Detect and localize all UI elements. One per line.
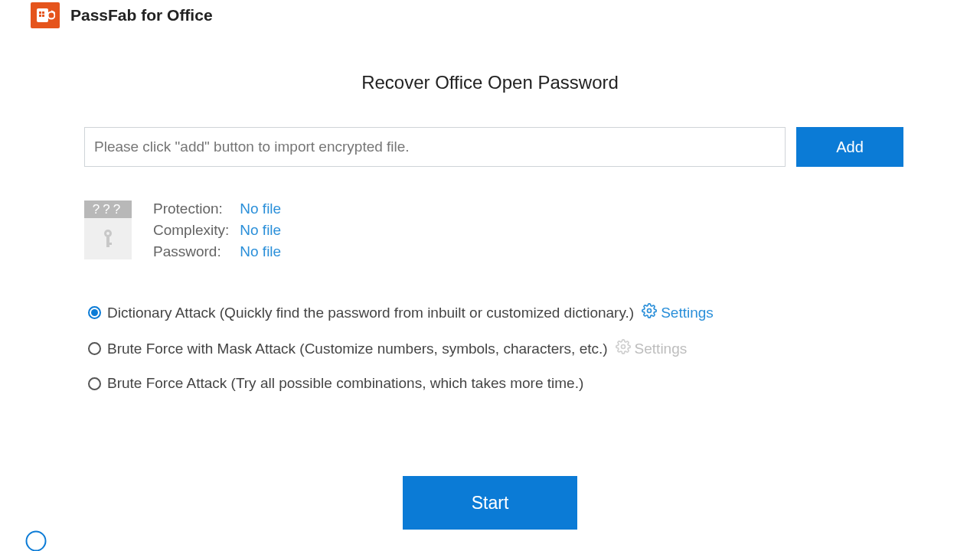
svg-point-11 xyxy=(621,345,625,349)
password-value: No file xyxy=(240,243,281,259)
app-title: PassFab for Office xyxy=(70,6,213,24)
file-info-section: ??? Protection: No file Complexity: No f… xyxy=(84,201,980,265)
start-button[interactable]: Start xyxy=(403,476,577,530)
protection-value: No file xyxy=(240,201,281,217)
mask-settings-label: Settings xyxy=(635,341,688,357)
svg-rect-8 xyxy=(106,236,109,247)
complexity-label: Complexity: xyxy=(153,222,236,239)
gear-icon xyxy=(616,339,631,358)
add-button[interactable]: Add xyxy=(796,127,903,167)
import-row: Add xyxy=(84,127,903,167)
info-row-protection: Protection: No file xyxy=(153,201,281,217)
radio-brute[interactable] xyxy=(88,377,101,390)
file-icon-key xyxy=(84,218,132,259)
file-icon-question-marks: ??? xyxy=(84,201,132,218)
file-path-input[interactable] xyxy=(84,127,786,167)
complexity-value: No file xyxy=(240,222,281,238)
mask-label: Brute Force with Mask Attack (Customize … xyxy=(107,341,608,357)
file-info-list: Protection: No file Complexity: No file … xyxy=(153,201,281,265)
dictionary-settings-link[interactable]: Settings xyxy=(642,303,714,322)
svg-point-10 xyxy=(648,309,652,313)
attack-options: Dictionary Attack (Quickly find the pass… xyxy=(88,303,980,392)
info-icon[interactable] xyxy=(24,530,47,551)
svg-point-12 xyxy=(27,532,46,551)
dictionary-label: Dictionary Attack (Quickly find the pass… xyxy=(107,305,634,321)
svg-point-7 xyxy=(106,232,109,235)
svg-rect-3 xyxy=(39,15,41,17)
app-logo-icon xyxy=(31,2,60,28)
attack-option-mask[interactable]: Brute Force with Mask Attack (Customize … xyxy=(88,339,980,358)
mask-settings-link: Settings xyxy=(616,339,688,358)
svg-rect-1 xyxy=(39,11,41,14)
svg-rect-4 xyxy=(42,15,44,17)
info-row-complexity: Complexity: No file xyxy=(153,222,281,239)
header: PassFab for Office xyxy=(0,0,980,31)
attack-option-dictionary[interactable]: Dictionary Attack (Quickly find the pass… xyxy=(88,303,980,322)
brute-label: Brute Force Attack (Try all possible com… xyxy=(107,375,583,392)
password-label: Password: xyxy=(153,243,236,260)
info-row-password: Password: No file xyxy=(153,243,281,260)
page-title: Recover Office Open Password xyxy=(0,72,980,93)
svg-rect-2 xyxy=(42,11,44,14)
file-placeholder-icon: ??? xyxy=(84,201,132,259)
dictionary-settings-label: Settings xyxy=(661,305,714,321)
protection-label: Protection: xyxy=(153,201,236,217)
gear-icon xyxy=(642,303,657,322)
radio-dictionary[interactable] xyxy=(88,306,101,319)
radio-mask[interactable] xyxy=(88,342,101,355)
attack-option-brute[interactable]: Brute Force Attack (Try all possible com… xyxy=(88,375,980,392)
svg-rect-9 xyxy=(106,243,112,245)
